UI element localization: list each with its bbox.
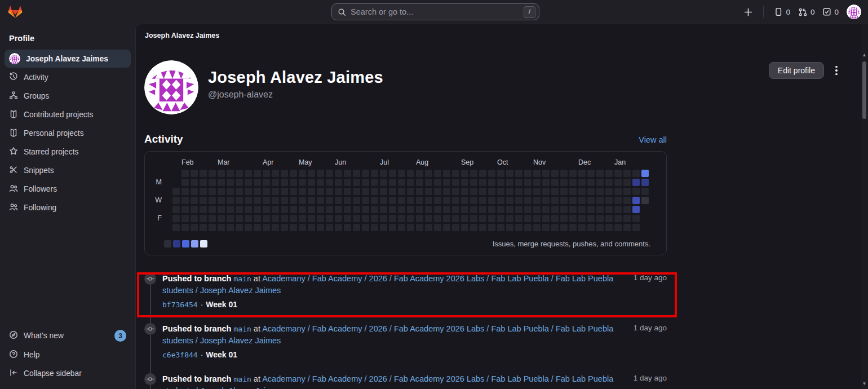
heatmap-cell[interactable] (506, 188, 513, 195)
heatmap-cell[interactable] (272, 170, 279, 177)
heatmap-cell[interactable] (272, 215, 279, 222)
heatmap-cell[interactable] (551, 197, 559, 204)
scroll-up-icon[interactable]: ▲ (861, 52, 868, 58)
heatmap-cell[interactable] (569, 206, 577, 213)
heatmap-cell[interactable] (362, 197, 369, 204)
heatmap-cell[interactable] (569, 179, 577, 186)
heatmap-cell[interactable] (281, 197, 288, 204)
heatmap-cell[interactable] (443, 197, 450, 204)
heatmap-cell[interactable] (380, 179, 387, 186)
heatmap-cell[interactable] (632, 215, 640, 222)
heatmap-cell[interactable] (533, 215, 541, 222)
heatmap-cell[interactable] (587, 215, 595, 222)
heatmap-cell[interactable] (317, 170, 324, 177)
heatmap-cell[interactable] (479, 188, 486, 195)
heatmap-cell[interactable] (290, 188, 297, 195)
heatmap-cell[interactable] (290, 179, 297, 186)
heatmap-cell[interactable] (479, 197, 486, 204)
heatmap-cell[interactable] (353, 188, 360, 195)
heatmap-cell[interactable] (398, 197, 405, 204)
heatmap-cell[interactable] (416, 170, 423, 177)
heatmap-cell[interactable] (641, 179, 649, 186)
heatmap-cell[interactable] (614, 197, 622, 204)
heatmap-cell[interactable] (236, 188, 243, 195)
heatmap-cell[interactable] (344, 197, 351, 204)
heatmap-cell[interactable] (335, 206, 342, 213)
heatmap-cell[interactable] (326, 170, 333, 177)
heatmap-cell[interactable] (524, 188, 532, 195)
heatmap-cell[interactable] (299, 224, 306, 231)
heatmap-cell[interactable] (470, 197, 477, 204)
heatmap-cell[interactable] (614, 188, 622, 195)
sidebar-item-following[interactable]: Following (5, 199, 131, 216)
heatmap-cell[interactable] (416, 206, 423, 213)
heatmap-cell[interactable] (263, 188, 270, 195)
heatmap-cell[interactable] (299, 215, 306, 222)
heatmap-cell[interactable] (623, 170, 631, 177)
heatmap-cell[interactable] (506, 197, 513, 204)
heatmap-cell[interactable] (218, 179, 225, 186)
heatmap-cell[interactable] (191, 206, 198, 213)
heatmap-cell[interactable] (461, 170, 468, 177)
heatmap-cell[interactable] (533, 206, 541, 213)
gitlab-logo-icon[interactable] (8, 5, 23, 19)
sidebar-item-followers[interactable]: Followers (5, 180, 131, 198)
heatmap-cell[interactable] (191, 170, 198, 177)
heatmap-cell[interactable] (209, 224, 216, 231)
heatmap-cell[interactable] (172, 197, 180, 204)
heatmap-cell[interactable] (389, 188, 396, 195)
heatmap-cell[interactable] (560, 215, 568, 222)
heatmap-cell[interactable] (515, 224, 522, 231)
heatmap-cell[interactable] (353, 206, 360, 213)
heatmap-cell[interactable] (191, 215, 198, 222)
heatmap-cell[interactable] (416, 215, 423, 222)
heatmap-cell[interactable] (434, 215, 441, 222)
heatmap-cell[interactable] (470, 215, 477, 222)
heatmap-cell[interactable] (245, 179, 252, 186)
heatmap-cell[interactable] (461, 197, 468, 204)
heatmap-cell[interactable] (362, 188, 369, 195)
heatmap-cell[interactable] (452, 206, 459, 213)
heatmap-cell[interactable] (488, 197, 495, 204)
heatmap-cell[interactable] (542, 206, 550, 213)
heatmap-cell[interactable] (272, 188, 279, 195)
heatmap-cell[interactable] (434, 206, 441, 213)
heatmap-cell[interactable] (398, 188, 405, 195)
heatmap-cell[interactable] (542, 179, 550, 186)
heatmap-cell[interactable] (569, 188, 577, 195)
heatmap-cell[interactable] (218, 197, 225, 204)
heatmap-cell[interactable] (542, 170, 550, 177)
heatmap-cell[interactable] (632, 188, 640, 195)
heatmap-cell[interactable] (299, 206, 306, 213)
search-input[interactable]: Search or go to... / (331, 3, 539, 20)
merge-requests-counter[interactable]: 0 (798, 7, 815, 17)
heatmap-cell[interactable] (497, 188, 504, 195)
heatmap-cell[interactable] (425, 179, 432, 186)
heatmap-cell[interactable] (272, 179, 279, 186)
heatmap-cell[interactable] (335, 215, 342, 222)
heatmap-cell[interactable] (596, 170, 604, 177)
heatmap-cell[interactable] (227, 215, 234, 222)
heatmap-cell[interactable] (281, 224, 288, 231)
heatmap-cell[interactable] (524, 179, 532, 186)
heatmap-cell[interactable] (245, 197, 252, 204)
heatmap-cell[interactable] (416, 224, 423, 231)
heatmap-cell[interactable] (317, 197, 324, 204)
heatmap-cell[interactable] (425, 188, 432, 195)
heatmap-cell[interactable] (326, 197, 333, 204)
heatmap-cell[interactable] (209, 197, 216, 204)
heatmap-cell[interactable] (344, 188, 351, 195)
heatmap-cell[interactable] (470, 170, 477, 177)
heatmap-cell[interactable] (389, 215, 396, 222)
heatmap-cell[interactable] (308, 197, 315, 204)
heatmap-cell[interactable] (389, 197, 396, 204)
sidebar-item-snippets[interactable]: Snippets (5, 162, 131, 179)
heatmap-cell[interactable] (623, 188, 631, 195)
heatmap-cell[interactable] (587, 206, 595, 213)
heatmap-cell[interactable] (353, 170, 360, 177)
heatmap-cell[interactable] (632, 206, 640, 213)
heatmap-cell[interactable] (605, 224, 613, 231)
heatmap-cell[interactable] (254, 197, 261, 204)
heatmap-cell[interactable] (596, 224, 604, 231)
heatmap-cell[interactable] (515, 179, 522, 186)
